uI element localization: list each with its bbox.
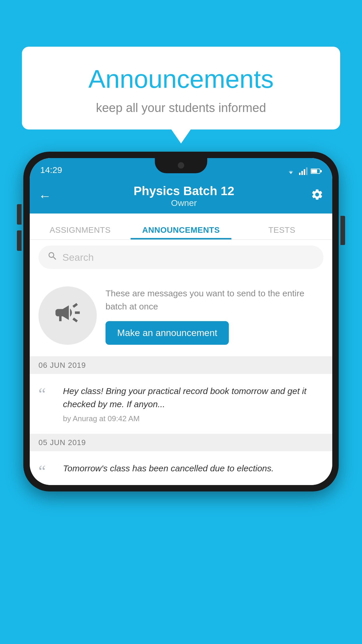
app-bar-center: Physics Batch 12 Owner	[57, 184, 311, 208]
phone-outer-shell: 14:29	[23, 152, 339, 491]
quote-icon-1: “	[38, 386, 56, 402]
announcement-item-2[interactable]: “ Tomorrow's class has been cancelled du…	[30, 451, 332, 485]
phone-screen: 14:29	[30, 158, 332, 485]
bubble-subtitle: keep all your students informed	[34, 101, 328, 115]
svg-rect-5	[311, 169, 317, 173]
app-bar-title: Physics Batch 12	[57, 184, 311, 198]
app-bar-subtitle: Owner	[57, 198, 311, 208]
search-bar[interactable]: Search	[38, 246, 324, 269]
battery-icon	[311, 168, 322, 174]
svg-rect-2	[304, 169, 305, 175]
volume-up-button	[17, 204, 22, 225]
speech-bubble-section: Announcements keep all your students inf…	[22, 47, 340, 130]
announcement-meta-1: by Anurag at 09:42 AM	[63, 414, 324, 423]
settings-icon[interactable]	[311, 188, 324, 204]
bubble-title: Announcements	[34, 64, 328, 94]
svg-rect-3	[306, 167, 307, 175]
signal-icon	[299, 167, 308, 175]
search-icon	[47, 251, 58, 264]
announcement-text-2: Tomorrow's class has been cancelled due …	[63, 462, 324, 475]
tab-assignments[interactable]: ASSIGNMENTS	[30, 225, 131, 239]
announce-description: These are messages you want to send to t…	[106, 287, 324, 313]
svg-rect-6	[320, 170, 322, 172]
quote-icon-2: “	[38, 463, 56, 479]
search-placeholder: Search	[62, 252, 94, 263]
camera	[178, 162, 184, 169]
status-icons	[286, 167, 322, 175]
phone-notch	[155, 158, 207, 173]
app-bar: ← Physics Batch 12 Owner	[30, 178, 332, 214]
back-button[interactable]: ←	[38, 189, 51, 203]
svg-rect-1	[301, 171, 303, 175]
megaphone-icon	[53, 298, 82, 333]
announcement-text-1: Hey class! Bring your practical record b…	[63, 384, 324, 411]
search-container: Search	[30, 240, 332, 275]
date-separator-2: 05 JUN 2019	[30, 434, 332, 451]
phone-mockup: 14:29	[23, 152, 339, 491]
wifi-icon	[286, 167, 296, 175]
power-button	[340, 216, 345, 245]
status-time: 14:29	[40, 165, 62, 175]
announcement-intro-section: These are messages you want to send to t…	[30, 275, 332, 357]
tab-announcements[interactable]: ANNOUNCEMENTS	[131, 225, 231, 239]
svg-rect-0	[299, 173, 301, 175]
announce-right: These are messages you want to send to t…	[106, 287, 324, 345]
tab-tests[interactable]: TESTS	[231, 225, 332, 239]
speech-bubble-card: Announcements keep all your students inf…	[22, 47, 340, 130]
announce-icon-circle	[38, 286, 97, 345]
tabs-bar: ASSIGNMENTS ANNOUNCEMENTS TESTS	[30, 214, 332, 240]
announcement-content-1: Hey class! Bring your practical record b…	[63, 384, 324, 423]
announcement-item-1[interactable]: “ Hey class! Bring your practical record…	[30, 374, 332, 434]
volume-down-button	[17, 230, 22, 251]
make-announcement-button[interactable]: Make an announcement	[106, 321, 229, 345]
date-separator-1: 06 JUN 2019	[30, 357, 332, 374]
announcement-content-2: Tomorrow's class has been cancelled due …	[63, 462, 324, 478]
